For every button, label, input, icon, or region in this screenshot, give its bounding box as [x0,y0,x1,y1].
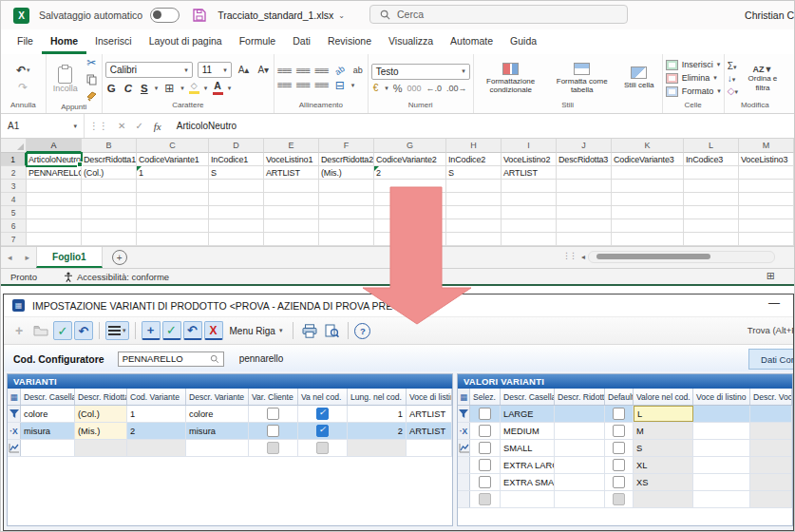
column-header[interactable]: I [502,139,557,153]
cell[interactable]: (Mis.) [319,166,374,180]
align-right-icon[interactable]: ≡≡≡ [314,80,329,90]
column-header[interactable]: J [557,139,612,153]
sort-filter-button[interactable]: AZ▼Ordina e filtra [743,65,783,92]
filename-chevron-icon[interactable]: ⌄ [338,11,345,20]
cell-styles-button[interactable]: Stili cella [619,66,659,89]
formula-content[interactable]: ArticoloNeutro [167,121,237,131]
redo-button[interactable]: ↷ [16,81,29,94]
cell[interactable] [557,166,612,180]
clear-icon[interactable]: ◇▾ [728,86,738,96]
borders-icon[interactable]: ⊞ [162,82,176,95]
menu-riga-dropdown[interactable]: Menu Riga▾ [225,326,288,336]
selez-checkbox[interactable] [479,476,491,488]
undo-button[interactable]: ↶ [74,321,93,340]
default-checkbox[interactable] [613,425,625,437]
va-nel-cod-checkbox[interactable] [316,408,329,420]
increase-font-icon[interactable]: A▴ [237,65,252,76]
cell[interactable]: InCodice2 [446,153,502,166]
number-format-select[interactable]: Testo▾ [371,64,470,80]
cancel-entry-icon[interactable]: ✕ [113,121,130,131]
column-header[interactable]: F [319,139,374,153]
confirm-row-button[interactable]: ✓ [162,321,181,340]
font-color-button[interactable]: A [212,81,223,95]
column-header[interactable]: G [374,139,446,153]
column-header[interactable]: B [82,139,137,153]
cell[interactable]: ARTLIST [264,166,319,180]
print-button[interactable] [299,321,320,340]
align-middle-icon[interactable]: ≡≡≡ [296,66,311,76]
selez-checkbox[interactable] [479,459,491,471]
underline-button[interactable]: S [139,83,150,94]
delete-cells-button[interactable]: Elimina▾ [666,72,717,85]
format-cells-button[interactable]: Formato▾ [666,86,721,98]
cell[interactable]: VoceListino2 [502,153,557,166]
account-name[interactable]: Christian C [745,10,794,21]
percent-icon[interactable]: % [393,83,403,94]
cell[interactable]: (Col.) [82,166,137,180]
save-confirm-button[interactable]: ✓ [53,321,72,340]
tab-visualizza[interactable]: Visualizza [380,29,442,54]
delete-x-icon[interactable]: ·X [9,427,18,436]
view-menu-button[interactable]: ▾ [105,321,129,340]
align-center-icon[interactable]: ≡≡≡ [296,80,311,90]
font-size-select[interactable]: 11▾ [198,62,232,78]
default-checkbox[interactable] [613,408,625,420]
bold-button[interactable]: G [105,83,118,94]
column-header[interactable]: C [137,139,209,153]
cell[interactable] [612,166,684,180]
varianti-row-misura[interactable]: ·X misura (Mis.) 2 misura 2 ARTLIST [8,423,452,440]
valori-row-medium[interactable]: ·X MEDIUM M [458,423,792,440]
selez-checkbox[interactable] [479,408,491,420]
delete-row-button[interactable]: X [204,321,223,340]
cell[interactable]: DescrRidotta1 [82,153,137,166]
spreadsheet-grid[interactable]: A B C D E F G H I J K L M 1 ArticoloNeut… [1,139,795,246]
dati-button[interactable]: Dati Con [748,349,794,370]
grid-row-2[interactable]: 2 PENNARELLO (Col.) 1 S ARTLIST (Mis.) 2… [1,166,795,180]
merge-center-icon[interactable]: ⊟ [333,79,347,92]
valori-row-large[interactable]: LARGE L [458,406,792,423]
splitter-grip-icon[interactable]: ⋮⋮ [562,251,576,260]
tab-layout[interactable]: Layout di pagina [141,29,231,54]
grid-selector-icon[interactable]: ▦ [460,392,467,402]
column-header[interactable]: H [446,139,502,153]
search-box[interactable]: Cerca [369,5,628,24]
cell[interactable]: CodiceVariante3 [612,153,684,166]
grid-row-3[interactable]: 3 [1,180,795,193]
column-header[interactable]: K [612,139,684,153]
selez-checkbox[interactable] [479,442,491,454]
add-sheet-icon[interactable]: + [112,250,127,265]
autosum-icon[interactable]: Σ▾ [728,61,738,71]
cell[interactable]: DescRidotta3 [557,153,612,166]
varianti-row-empty[interactable] [8,440,452,457]
cell[interactable]: VoceListino1 [264,153,319,166]
cell[interactable]: CodiceVariante2 [374,153,446,166]
cell[interactable]: S [446,166,502,180]
cell-a1-selected[interactable]: ArticoloNeutro [27,153,82,166]
find-shortcut-label[interactable]: Trova (Alt+F [748,325,794,335]
cell[interactable]: 2 [374,166,446,180]
accessibility-status[interactable]: Accessibilità: conforme [64,272,169,282]
align-left-icon[interactable]: ≡≡≡ [277,80,292,90]
cell[interactable]: InCodice3 [684,153,739,166]
column-header[interactable]: E [264,139,319,153]
cell[interactable]: 1 [137,166,209,180]
insert-function-icon[interactable]: fx [148,121,167,132]
normal-view-icon[interactable]: ⊞ [767,270,775,282]
conditional-formatting-button[interactable]: Formattazione condizionale [477,63,545,94]
add-row-button[interactable]: + [142,321,161,340]
cell[interactable]: ARTLIST [502,166,557,180]
sheet-tab-foglio1[interactable]: Foglio1 [36,247,103,268]
row-header-1[interactable]: 1 [1,153,27,166]
grid-row-7[interactable]: 7 [1,233,795,246]
cell[interactable]: DescrRidotta2 [319,153,374,166]
print-preview-button[interactable] [322,321,342,340]
autosave-toggle[interactable] [150,8,180,23]
tab-formule[interactable]: Formule [231,29,285,54]
grid-selector-icon[interactable]: ▦ [9,392,17,402]
cell[interactable]: VoceListino3 [739,153,794,166]
cell[interactable]: CodiceVariante1 [137,153,209,166]
valori-row-small[interactable]: SMALL S [458,440,792,457]
selez-checkbox[interactable] [479,425,491,437]
grid-row-6[interactable]: 6 [1,219,795,233]
column-header[interactable]: L [684,139,739,153]
